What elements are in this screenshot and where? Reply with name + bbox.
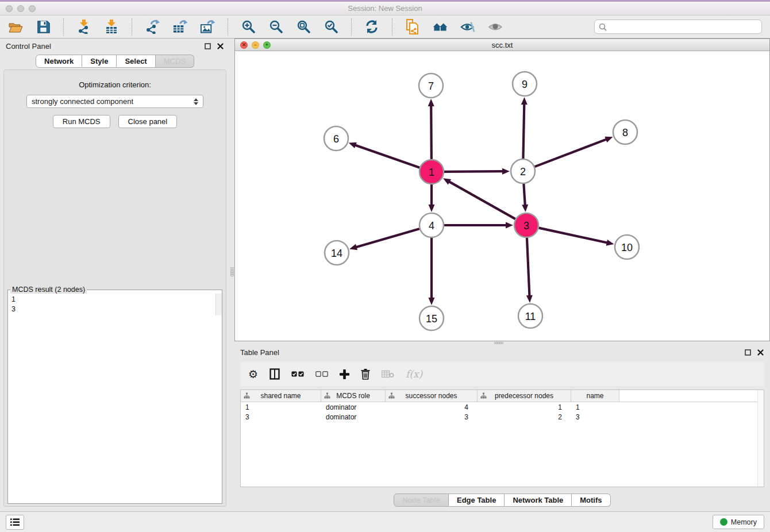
table-tabs: Node TableEdge TableNetwork TableMotifs [394,494,610,507]
graph-node-10[interactable]: 10 [615,235,639,259]
column-header-name[interactable]: name [571,390,619,402]
tab-node-table[interactable]: Node Table [394,494,449,507]
result-line: 3 [11,304,218,314]
search-icon [599,23,607,31]
add-column-icon[interactable] [340,369,349,379]
graph-node-9[interactable]: 9 [513,72,537,96]
tab-motifs[interactable]: Motifs [572,494,610,507]
zoom-out-icon[interactable] [268,20,283,34]
control-panel-tabs: NetworkStyleSelectMCDS [0,55,230,68]
table-settings-icon[interactable]: ⚙ [248,369,258,380]
close-panel-icon[interactable] [217,43,224,50]
import-network-icon[interactable] [76,20,91,34]
graph-node-4[interactable]: 4 [419,213,444,237]
optimization-criterion-select[interactable]: strongly connected component [26,95,203,108]
close-panel-icon[interactable] [757,349,764,356]
edge-arrowhead [429,298,435,305]
zoom-in-icon[interactable] [241,20,256,34]
svg-text:3: 3 [523,220,529,232]
show-all-icon[interactable] [488,20,503,34]
window-titlebar: Session: New Session [0,2,770,16]
splitter-grip[interactable] [230,267,234,276]
window-title: Session: New Session [0,4,770,13]
graph-edge-1-7[interactable] [431,105,432,159]
graph-node-6[interactable]: 6 [324,126,348,151]
float-panel-icon[interactable] [744,349,752,356]
svg-text:2: 2 [520,166,526,178]
edge-arrowhead [605,137,613,142]
memory-label: Memory [731,518,757,526]
graph-edge-2-3[interactable] [523,184,525,206]
export-network-icon[interactable] [145,20,160,34]
tab-network-table[interactable]: Network Table [505,494,572,507]
search-input[interactable] [610,23,757,31]
column-visibility-icon[interactable] [270,368,280,380]
graph-edge-2-9[interactable] [523,103,524,159]
column-type-icon [480,392,487,399]
search-box [594,20,762,34]
column-header-predecessor-nodes[interactable]: predecessor nodes [478,390,571,402]
delete-table-icon [382,370,394,378]
svg-text:7: 7 [428,80,434,92]
graph-node-7[interactable]: 7 [419,74,443,98]
network-window-titlebar: ✕ – + scc.txt [235,39,769,51]
memory-button[interactable]: Memory [713,515,764,529]
deselect-all-icon[interactable] [315,371,328,377]
network-file-icon[interactable] [405,20,420,34]
table-row[interactable]: 1dominator411 [241,402,764,412]
delete-column-icon[interactable] [361,369,370,380]
result-scrollbar[interactable] [215,294,222,315]
graph-edge-3-1[interactable] [449,182,515,219]
splitter-grip[interactable] [494,342,503,344]
column-header-shared-name[interactable]: shared name [241,390,321,402]
vertical-splitter[interactable] [230,38,234,511]
table-row[interactable]: 3dominator323 [241,412,764,422]
memory-status-icon [720,518,727,526]
graph-node-11[interactable]: 11 [518,304,542,328]
run-mcds-button[interactable]: Run MCDS [53,115,110,128]
toolbar-separator [392,18,392,36]
graph-edge-1-2[interactable] [444,171,503,172]
export-image-icon[interactable] [200,20,215,34]
export-table-icon[interactable] [172,20,187,34]
task-history-button[interactable] [6,515,24,530]
table-scrollbar[interactable] [757,390,764,487]
graph-node-3[interactable]: 3 [514,213,538,237]
edge-arrowhead [429,205,435,212]
graph-edge-4-14[interactable] [356,229,419,247]
toolbar-separator [132,18,132,36]
edge-arrowhead [521,97,528,105]
graph-edge-1-6[interactable] [355,145,419,168]
close-panel-button[interactable]: Close panel [118,115,178,128]
cell-predecessor-nodes: 1 [478,402,571,412]
home-icon[interactable] [433,20,448,34]
network-canvas[interactable]: 7968124314101511 [235,51,769,341]
zoom-selected-icon[interactable] [324,20,338,34]
open-session-icon[interactable] [8,20,23,34]
cell-name: 3 [571,412,619,422]
select-all-icon[interactable] [291,371,304,377]
graph-edge-2-8[interactable] [535,139,607,167]
graph-node-8[interactable]: 8 [613,120,637,144]
tab-network[interactable]: Network [36,55,82,68]
column-header-mcds-role[interactable]: MCDS role [321,390,386,402]
float-panel-icon[interactable] [204,43,211,50]
import-table-icon[interactable] [104,20,119,34]
refresh-icon[interactable] [364,20,379,34]
tab-edge-table[interactable]: Edge Table [449,494,505,507]
hide-selected-icon[interactable] [460,20,475,34]
graph-node-1[interactable]: 1 [419,160,444,184]
tab-mcds[interactable]: MCDS [156,55,194,68]
save-session-icon[interactable] [36,20,51,34]
graph-node-2[interactable]: 2 [511,159,535,183]
tab-select[interactable]: Select [117,55,155,68]
graph-node-15[interactable]: 15 [419,306,444,330]
horizontal-splitter[interactable] [234,341,770,345]
graph-node-14[interactable]: 14 [325,241,349,265]
graph-edge-3-10[interactable] [538,228,607,243]
control-panel-title: Control Panel [6,42,51,51]
tab-style[interactable]: Style [82,55,117,68]
zoom-fit-icon[interactable] [296,20,311,34]
column-header-successor-nodes[interactable]: successor nodes [386,390,478,402]
graph-edge-3-11[interactable] [527,238,530,296]
